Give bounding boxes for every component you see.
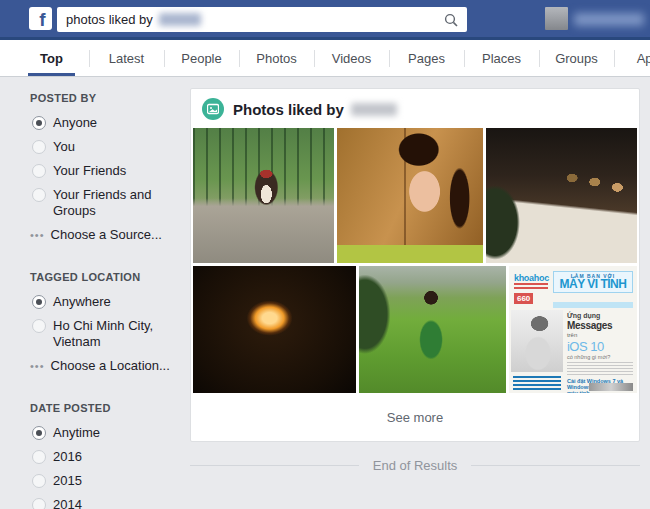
radio-button-selected <box>32 426 46 440</box>
see-more-button[interactable]: See more <box>191 396 639 441</box>
magazine-masthead-lines <box>514 283 548 290</box>
magazine-issue-number: 660 <box>514 293 533 304</box>
radio-button <box>32 188 46 202</box>
result-card-title: Photos liked by <box>233 101 344 118</box>
redacted-search-name <box>159 13 201 26</box>
tab-places[interactable]: Places <box>464 40 539 76</box>
photos-result-card: Photos liked by khoahoc 660 LÀM BẠN VỚI … <box>190 88 640 442</box>
choose-a-source-button[interactable]: ••• Choose a Source... <box>20 227 185 242</box>
magazine-text: có những gì mới? <box>567 354 610 360</box>
search-icon[interactable] <box>444 13 458 27</box>
redacted-title-name <box>351 103 397 116</box>
radio-date-2014[interactable]: 2014 <box>20 497 185 509</box>
filter-title: DATE POSTED <box>30 402 185 414</box>
radio-button <box>32 498 46 509</box>
tab-videos[interactable]: Videos <box>314 40 389 76</box>
facebook-f-icon: f <box>39 10 45 30</box>
redacted-profile-name[interactable] <box>574 13 644 26</box>
photo-thumbnail-rice-field[interactable] <box>359 266 506 393</box>
ellipsis-icon: ••• <box>30 228 45 242</box>
magazine-woman-photo <box>511 310 563 372</box>
magazine-banner: LÀM BẠN VỚI MÁY VI TÍNH <box>553 271 633 293</box>
tab-people[interactable]: People <box>164 40 239 76</box>
filter-section-date-posted: DATE POSTED Anytime 2016 2015 2014 ••• C… <box>20 402 185 509</box>
filter-section-posted-by: POSTED BY Anyone You Your Friends Your F… <box>20 92 185 242</box>
radio-button <box>32 164 46 178</box>
search-result-tabs: Top Latest People Photos Videos Pages Pl… <box>0 40 650 77</box>
top-navigation-bar: f photos liked by <box>0 0 650 40</box>
search-filters-sidebar: POSTED BY Anyone You Your Friends Your F… <box>20 92 185 509</box>
search-query-text: photos liked by <box>66 12 153 27</box>
magazine-masthead: khoahoc <box>514 273 549 283</box>
radio-location-ho-chi-minh[interactable]: Ho Chi Minh City, Vietnam <box>20 318 185 350</box>
photo-thumbnail-conference[interactable] <box>486 128 637 263</box>
photo-thumbnail-road-girl[interactable] <box>193 128 334 263</box>
ellipsis-icon: ••• <box>30 359 45 373</box>
radio-date-2016[interactable]: 2016 <box>20 449 185 465</box>
photo-grid: khoahoc 660 LÀM BẠN VỚI MÁY VI TÍNH Ứng … <box>191 128 639 393</box>
tab-top[interactable]: Top <box>14 40 89 76</box>
search-input[interactable]: photos liked by <box>57 7 467 32</box>
photos-result-icon <box>202 98 224 120</box>
magazine-body-lines <box>567 362 633 376</box>
magazine-text: Messages <box>567 320 612 331</box>
divider-line <box>471 465 640 466</box>
photo-thumbnail-magazine[interactable]: khoahoc 660 LÀM BẠN VỚI MÁY VI TÍNH Ứng … <box>509 266 637 393</box>
radio-posted-by-you[interactable]: You <box>20 139 185 155</box>
choose-a-location-button[interactable]: ••• Choose a Location... <box>20 358 185 373</box>
filter-section-tagged-location: TAGGED LOCATION Anywhere Ho Chi Minh Cit… <box>20 271 185 373</box>
magazine-text: Ứng dụng <box>567 312 600 319</box>
tab-apps[interactable]: Apps <box>614 40 650 76</box>
radio-button <box>32 140 46 154</box>
radio-button <box>32 319 46 333</box>
radio-posted-by-anyone[interactable]: Anyone <box>20 115 185 131</box>
photo-thumbnail-selfie[interactable] <box>337 128 482 263</box>
radio-date-anytime[interactable]: Anytime <box>20 425 185 441</box>
magazine-footer-image <box>589 383 633 391</box>
tab-latest[interactable]: Latest <box>89 40 164 76</box>
magazine-text: trên <box>567 332 577 338</box>
radio-posted-by-your-friends[interactable]: Your Friends <box>20 163 185 179</box>
radio-location-anywhere[interactable]: Anywhere <box>20 294 185 310</box>
radio-posted-by-friends-and-groups[interactable]: Your Friends and Groups <box>20 187 185 219</box>
tab-groups[interactable]: Groups <box>539 40 614 76</box>
filter-title: TAGGED LOCATION <box>30 271 185 283</box>
profile-avatar[interactable] <box>545 7 568 30</box>
radio-button-selected <box>32 295 46 309</box>
radio-button <box>32 474 46 488</box>
radio-button-selected <box>32 116 46 130</box>
photo-thumbnail-night-street[interactable] <box>193 266 356 393</box>
filter-title: POSTED BY <box>30 92 185 104</box>
radio-button <box>32 450 46 464</box>
tab-pages[interactable]: Pages <box>389 40 464 76</box>
facebook-logo[interactable]: f <box>29 7 52 30</box>
tab-photos[interactable]: Photos <box>239 40 314 76</box>
magazine-ios-text: iOS 10 <box>567 339 604 354</box>
end-of-results: End of Results <box>190 458 640 473</box>
result-card-header: Photos liked by <box>191 89 639 128</box>
magazine-tagline-bar <box>553 302 633 308</box>
radio-date-2015[interactable]: 2015 <box>20 473 185 489</box>
magazine-footer-lines <box>513 376 561 390</box>
divider-line <box>190 465 359 466</box>
